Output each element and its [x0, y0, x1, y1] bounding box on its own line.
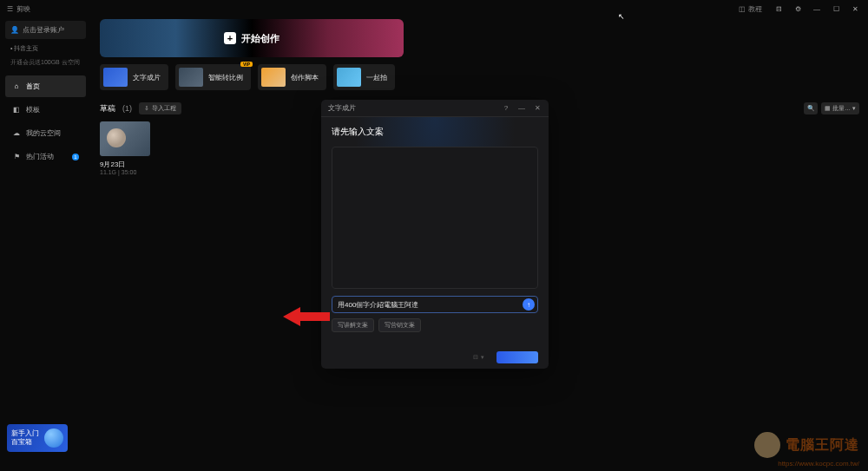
home-icon: ⌂: [12, 82, 21, 91]
svg-marker-0: [283, 307, 330, 326]
modal-help-icon[interactable]: ?: [502, 104, 510, 112]
import-project-button[interactable]: ⇩ 导入工程: [139, 102, 181, 114]
watermark-brand: 電腦王阿達: [786, 436, 859, 455]
grid-icon: ▦: [825, 105, 831, 112]
watermark-logo: [754, 432, 780, 458]
nav-activity-label: 热门活动: [26, 152, 54, 161]
feature-thumb: [179, 68, 203, 87]
vip-badge: VIP: [240, 62, 253, 67]
tutorial-label: 教程: [748, 4, 762, 14]
modal-header-title: 文字成片: [328, 103, 356, 113]
chevron-down-icon: ▾: [481, 354, 484, 361]
suggestion-chips: 写讲解文案 写营销文案: [332, 318, 538, 332]
prompt-input[interactable]: [338, 301, 518, 309]
modal-header: 文字成片 ? — ✕: [321, 100, 549, 117]
nav-home-label: 首页: [26, 82, 40, 91]
feature-thumb: [337, 68, 361, 87]
plus-icon: +: [224, 32, 236, 44]
feature-label: 一起拍: [366, 73, 387, 82]
feature-smart-ratio[interactable]: 智能转比例 VIP: [175, 64, 251, 90]
draft-meta: 11.1G | 35:00: [100, 169, 150, 175]
nav-home[interactable]: ⌂ 首页: [5, 75, 86, 97]
sidebar: 👤 点击登录账户 • 抖音主页 开通会员送100GB 云空间 ⌂ 首页 ◧ 模板…: [0, 17, 91, 471]
account-info[interactable]: • 抖音主页: [5, 43, 86, 55]
view-toggle[interactable]: ▦ 批量… ▾: [821, 102, 859, 114]
nav-badge: 1: [72, 154, 79, 160]
import-label: 导入工程: [152, 104, 176, 113]
chip-explainer[interactable]: 写讲解文案: [332, 318, 374, 332]
create-banner[interactable]: + 开始创作: [100, 19, 404, 57]
feature-shoot-together[interactable]: 一起拍: [333, 64, 395, 90]
close-icon[interactable]: ✕: [849, 3, 861, 15]
tutorial-link[interactable]: ◫ 教程: [735, 4, 766, 14]
modal-footer: ⊟ ▾: [321, 346, 549, 369]
prompt-input-row: ↑: [332, 296, 538, 313]
flag-icon: ⚑: [12, 153, 21, 161]
account-login-label: 点击登录账户: [23, 25, 64, 35]
draft-card[interactable]: 9月23日 11.1G | 35:00: [100, 121, 150, 175]
nav-activity[interactable]: ⚑ 热门活动 1: [5, 146, 86, 167]
feature-thumb: [261, 68, 286, 87]
nav-template[interactable]: ◧ 模板: [5, 99, 86, 121]
settings-icon: ⊟: [473, 354, 478, 361]
feature-label: 文字成片: [133, 73, 161, 82]
user-icon: 👤: [10, 26, 19, 34]
chip-marketing[interactable]: 写营销文案: [378, 318, 421, 332]
tutorial-icon: ◫: [739, 5, 746, 13]
feature-thumb: [103, 68, 128, 87]
import-icon: ⇩: [144, 105, 149, 112]
promo-orb-icon: [44, 428, 63, 448]
settings-icon[interactable]: ⚙: [792, 3, 804, 15]
feature-label: 创作脚本: [291, 73, 319, 82]
search-button[interactable]: 🔍: [804, 102, 818, 114]
cloud-icon: ☁: [12, 129, 21, 138]
chevron-down-icon: ▾: [852, 105, 856, 112]
modal-primary-button[interactable]: [496, 351, 538, 363]
storage-info[interactable]: 开通会员送100GB 云空间: [5, 56, 86, 74]
draft-title: 草稿: [100, 103, 115, 114]
modal-title: 请先输入文案: [332, 126, 538, 138]
modal-secondary-button[interactable]: ⊟ ▾: [466, 351, 491, 363]
cursor-pointer: ↖: [618, 12, 625, 21]
modal-close-icon[interactable]: ✕: [533, 104, 542, 112]
view-label: 批量…: [832, 104, 851, 113]
app-name: 剪映: [16, 4, 30, 14]
modal-textarea[interactable]: [332, 147, 538, 289]
arrow-up-icon: ↑: [527, 301, 530, 309]
menu-icon[interactable]: ☰: [7, 5, 13, 13]
feature-row: 文字成片 智能转比例 VIP 创作脚本 一起拍: [100, 64, 859, 90]
nav-cloud-label: 我的云空间: [26, 128, 61, 138]
draft-count: (1): [122, 104, 132, 113]
watermark: 電腦王阿達: [754, 432, 859, 458]
account-login[interactable]: 👤 点击登录账户: [5, 21, 86, 39]
promo-line2: 百宝箱: [11, 438, 39, 447]
watermark-url: https://www.kocpc.com.tw/: [778, 460, 859, 468]
send-button[interactable]: ↑: [523, 298, 535, 311]
promo-line1: 新手入门: [11, 429, 39, 438]
draft-thumbnail[interactable]: [100, 121, 150, 156]
modal-minimize-icon[interactable]: —: [517, 104, 526, 112]
draft-name: 9月23日: [100, 160, 150, 169]
feature-script[interactable]: 创作脚本: [258, 64, 326, 90]
feature-text-to-video[interactable]: 文字成片: [100, 64, 168, 90]
newbie-promo[interactable]: 新手入门 百宝箱: [7, 424, 68, 452]
template-icon: ◧: [12, 106, 21, 114]
text-to-video-modal: 文字成片 ? — ✕ 请先输入文案 ↑ 写讲解文案 写营销文案 ⊟ ▾: [321, 100, 549, 369]
feedback-icon[interactable]: ⊟: [773, 3, 785, 15]
search-icon: 🔍: [807, 105, 815, 112]
nav-cloud[interactable]: ☁ 我的云空间: [5, 122, 86, 144]
maximize-icon[interactable]: ☐: [830, 3, 842, 15]
feature-label: 智能转比例: [208, 73, 243, 82]
nav-template-label: 模板: [26, 105, 40, 114]
create-label: 开始创作: [241, 32, 279, 45]
annotation-arrow: [283, 305, 330, 328]
minimize-icon[interactable]: —: [811, 3, 823, 15]
